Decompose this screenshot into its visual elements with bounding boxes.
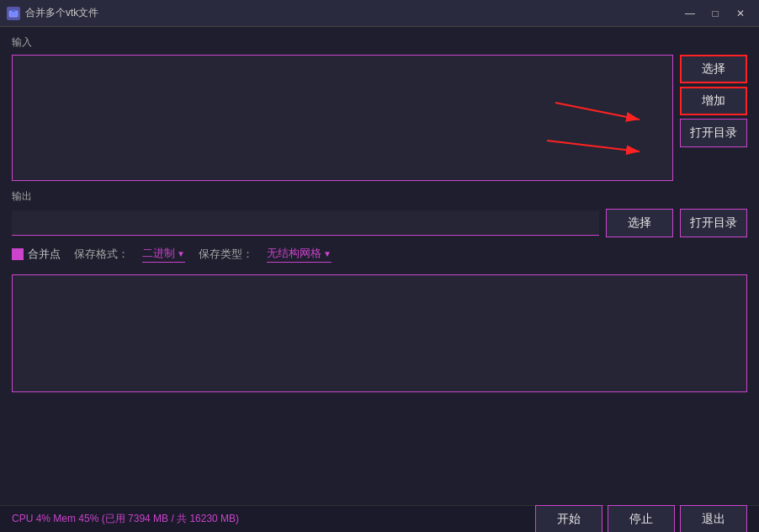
input-row: 选择 增加 打开目录 [12,55,747,181]
title-bar: 合并多个vtk文件 — □ ✕ [0,0,759,27]
log-area [12,274,747,392]
options-row: 合并点 保存格式： 二进制 保存类型： 无结构网格 [12,242,747,266]
stop-button[interactable]: 停止 [608,505,675,533]
title-bar-left: 合并多个vtk文件 [7,6,98,20]
add-button[interactable]: 增加 [680,87,747,115]
merge-points-label: 合并点 [28,247,61,262]
start-button[interactable]: 开始 [535,505,602,533]
save-type-label: 保存类型： [199,247,253,262]
status-text: CPU 4% Mem 45% (已用 7394 MB / 共 16230 MB) [12,512,239,526]
svg-rect-0 [9,11,18,17]
output-open-dir-button[interactable]: 打开目录 [680,209,747,237]
checkbox-icon [12,248,24,260]
maximize-button[interactable]: □ [703,4,727,23]
output-section: 输出 选择 打开目录 合并点 保存格式： 二进制 保存类型： 无结构网格 [12,189,747,266]
input-section-label: 输入 [12,35,747,50]
output-select-button[interactable]: 选择 [606,209,673,237]
status-bar: CPU 4% Mem 45% (已用 7394 MB / 共 16230 MB)… [0,505,759,532]
merge-points-checkbox[interactable]: 合并点 [12,247,61,262]
save-format-select[interactable]: 二进制 [142,246,185,263]
input-section: 输入 选择 增加 打开目录 [12,35,747,181]
minimize-button[interactable]: — [678,4,702,23]
save-type-select[interactable]: 无结构网格 [267,246,332,263]
close-button[interactable]: ✕ [729,4,752,23]
output-section-label: 输出 [12,189,747,204]
svg-rect-1 [12,9,15,12]
exit-button[interactable]: 退出 [680,505,747,533]
main-content: 输入 选择 增加 打开目录 输出 选择 打开目录 合并点 保存格式： 二进制 [0,27,759,401]
output-input[interactable] [12,210,599,236]
app-icon [7,7,20,20]
select-button[interactable]: 选择 [680,55,747,83]
output-row: 选择 打开目录 [12,209,747,237]
window-controls: — □ ✕ [678,4,752,23]
input-textarea[interactable] [12,55,673,181]
input-buttons: 选择 增加 打开目录 [680,55,747,147]
save-format-label: 保存格式： [74,247,129,262]
status-buttons: 开始 停止 退出 [535,505,747,533]
window-title: 合并多个vtk文件 [25,6,98,20]
open-dir-input-button[interactable]: 打开目录 [680,119,747,147]
